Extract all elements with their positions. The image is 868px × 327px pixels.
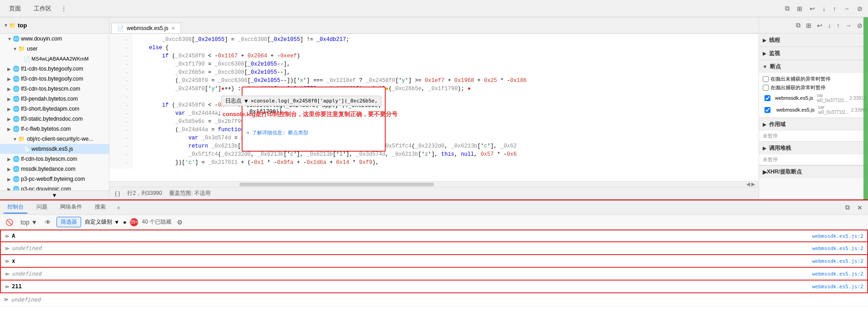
dock-icon[interactable]: ⧉ bbox=[783, 4, 791, 13]
tree-label: lf-cdn-tos.bytescm.com bbox=[21, 156, 77, 162]
tree-item-lf3cdn-goofy[interactable]: ▶ 🌐 lf3-cdn-tos.bytegoofy.com bbox=[0, 74, 109, 84]
debug-step-down[interactable]: ↓ bbox=[821, 4, 827, 13]
console-link-2[interactable]: webmssdk.es5.js:2 bbox=[812, 245, 863, 251]
tree-label: www.douyin.com bbox=[21, 36, 62, 42]
breakpoints-header[interactable]: ▼ 断点 bbox=[759, 60, 868, 73]
bottom-panel: 控制台 问题 网络条件 搜索 + ⧉ ✕ 🚫 筛选器 top ▼ 👁 筛选器 自… bbox=[0, 199, 868, 327]
tree-item-lfcdnscm[interactable]: ▶ 🌐 lf-cdn-tos.bytescm.com bbox=[0, 154, 109, 164]
console-link-5[interactable]: webmssdk.es5.js:2 bbox=[812, 284, 863, 290]
console-link-3[interactable]: webmssdk.es5.js:2 bbox=[812, 258, 863, 264]
watch-header[interactable]: ▶ 监视 bbox=[759, 47, 868, 60]
tree-item-lf3pendah[interactable]: ▶ 🌐 lf3-pendah.bytetos.com bbox=[0, 94, 109, 104]
debug-step-out[interactable]: → bbox=[843, 21, 853, 30]
filter-btn[interactable]: 筛选器 bbox=[57, 217, 81, 227]
xhr-header[interactable]: ▶ XHR/提取断点 bbox=[759, 165, 868, 178]
tab-page[interactable]: 页面 bbox=[4, 3, 26, 15]
badge-count: 99+ bbox=[130, 218, 138, 226]
row-arrow: ≫ bbox=[5, 246, 9, 251]
console-row-undefined-3: ≫ undefined bbox=[0, 293, 868, 306]
section-breakpoints: ▼ 断点 在抛出未捕获的异常时暂停 在抛出捕获的异常时暂停 webmssdk.e… bbox=[759, 60, 868, 118]
tree-item-user[interactable]: ▼ 📁 user bbox=[0, 44, 109, 54]
info-text: console.log是打印到控制台，这里你要注意复制正确，要不要分号 bbox=[222, 110, 398, 118]
debug-step-right[interactable]: → bbox=[842, 4, 852, 13]
code-line: else { bbox=[136, 44, 759, 52]
sidebar-scroll-down[interactable]: ▼ bbox=[0, 190, 109, 199]
tab-filename: webmssdk.es5.js bbox=[127, 25, 168, 31]
tree-item-lf1cdn[interactable]: ▶ 🌐 lf1-cdn-tos.bytegoofy.com bbox=[0, 64, 109, 74]
code-line: })['c'] = _0x217611 + (-0x1 * -0x9fa + -… bbox=[136, 158, 759, 167]
tree-item-lfcflwb[interactable]: ▶ 🌐 lf-c-flwb.bytetos.com bbox=[0, 124, 109, 134]
tree-item-lf3cdn-scm[interactable]: ▶ 🌐 lf3-cdn-tos.bytescm.com bbox=[0, 84, 109, 94]
console-settings-btn[interactable]: ⚙ bbox=[175, 218, 185, 227]
console-value: x bbox=[12, 258, 15, 264]
console-link-1[interactable]: webmssdk.es5.js:2 bbox=[812, 233, 863, 239]
bottom-panel-dock[interactable]: ⧉ bbox=[843, 203, 852, 212]
tree-label: p3-pc.douyinpic.com bbox=[21, 186, 71, 190]
add-tab-btn[interactable]: + bbox=[115, 202, 122, 213]
tree-item-p3douyin[interactable]: ▶ 🌐 p3-pc.douyinpic.com bbox=[0, 184, 109, 190]
tab-network-conditions[interactable]: 网络条件 bbox=[57, 201, 86, 214]
tree-item-mssdk[interactable]: ▶ 🌐 mssdk.bytedance.com bbox=[0, 164, 109, 174]
dock-panel-btn[interactable]: ⧉ bbox=[794, 20, 802, 30]
error-badge: ● bbox=[123, 219, 126, 225]
bp-detail-1: var w0_0x3771f2... bbox=[817, 93, 848, 103]
bp-checkbox-1[interactable] bbox=[765, 95, 770, 101]
tree-item-lf3short[interactable]: ▶ 🌐 lf3-short.ibytedapm.com bbox=[0, 104, 109, 114]
pause-uncaught-checkbox[interactable] bbox=[763, 76, 769, 82]
debug-step-into[interactable]: ↑ bbox=[835, 21, 842, 30]
tree-item-p3weboff[interactable]: ▶ 🌐 p3-pc-weboff.byteimg.com bbox=[0, 174, 109, 184]
clear-console-btn[interactable]: 🚫 bbox=[4, 218, 15, 227]
tree-item-lf3static[interactable]: ▶ 🌐 lf3-static.bytednsdoc.com bbox=[0, 114, 109, 124]
bottom-tabs: 控制台 问题 网络条件 搜索 + ⧉ ✕ bbox=[0, 200, 868, 215]
scrollbar-thumb[interactable] bbox=[239, 183, 434, 186]
debug-step-back[interactable]: ↩ bbox=[808, 4, 817, 13]
editor-tab-webmssdk[interactable]: 📄 webmssdk.es5.js ✕ bbox=[111, 23, 181, 33]
debug-resume[interactable]: ↩ bbox=[815, 21, 824, 30]
sidebar-root-label: top bbox=[18, 22, 27, 29]
bottom-panel-close[interactable]: ✕ bbox=[855, 203, 864, 212]
debug-deactivate[interactable]: ⊘ bbox=[855, 21, 864, 30]
console-link-4[interactable]: webmssdk.es5.js:2 bbox=[812, 271, 863, 277]
tab-close-btn[interactable]: ✕ bbox=[171, 26, 175, 31]
tooltip-link[interactable]: ➔ 了解详细信息: 断点类型 bbox=[246, 129, 381, 136]
debug-step-up[interactable]: ↑ bbox=[831, 4, 838, 13]
tree-item-ms4w[interactable]: 📄 MS4wLjABAAAA2WKmM bbox=[0, 54, 109, 64]
tab-console[interactable]: 控制台 bbox=[4, 201, 27, 214]
debug-step-over[interactable]: ↓ bbox=[826, 21, 833, 30]
tree-item-obj-folder[interactable]: ▼ 📁 obj/rc-client-security/c-we... bbox=[0, 134, 109, 144]
columns-icon[interactable]: ⊞ bbox=[795, 4, 804, 13]
console-value: undefined bbox=[12, 271, 41, 277]
scope-header[interactable]: ▶ 作用域 bbox=[759, 118, 868, 131]
split-panel-btn[interactable]: ⊞ bbox=[804, 21, 813, 30]
tab-search[interactable]: 搜索 bbox=[91, 201, 109, 214]
bottom-console-toolbar: 🚫 筛选器 top ▼ 👁 筛选器 自定义级别 ▼ ● 99+ 40 个已隐藏 … bbox=[0, 215, 868, 230]
code-line: _0x1f1790 = _0xcc6308[_0x2e1055--], bbox=[136, 60, 759, 68]
code-line: (_0x2458f0 = _0xcc6308[_0x2e1055--])['x'… bbox=[136, 77, 759, 85]
console-value: A bbox=[12, 233, 15, 239]
tab-workspace[interactable]: 工作区 bbox=[28, 3, 57, 15]
scope-status: 未暂停 bbox=[759, 131, 868, 141]
tree-label: lf3-short.ibytedapm.com bbox=[21, 106, 79, 112]
logpoint-button[interactable]: 日志点 ▼ ✕console.log(_0x2458f0['apply'](_0… bbox=[221, 96, 382, 106]
eye-icon-btn[interactable]: 👁 bbox=[43, 218, 53, 227]
top-frame-btn[interactable]: 筛选器 top ▼ bbox=[19, 218, 39, 227]
tree-label: lf3-static.bytednsdoc.com bbox=[21, 116, 83, 122]
code-container[interactable]: - - - - - - - - - - - - - - bbox=[109, 34, 759, 187]
sidebar-header: ▼ 📁 top bbox=[0, 17, 109, 34]
row-arrow: ≫ bbox=[5, 284, 9, 289]
sidebar-content[interactable]: ▼ 🌐 www.douyin.com ▼ 📁 user 📄 MS4wLjABAA… bbox=[0, 34, 109, 190]
tab-issues[interactable]: 问题 bbox=[33, 201, 51, 214]
callstack-header[interactable]: ▶ 调用堆栈 bbox=[759, 142, 868, 154]
logpoint-arrow: ▼ bbox=[243, 98, 249, 104]
tree-item-webmssdk[interactable]: 📄 webmssdk.es5.js bbox=[0, 144, 109, 154]
tree-item-douyin[interactable]: ▼ 🌐 www.douyin.com bbox=[0, 34, 109, 44]
main-area: ▼ 📁 top ▼ 🌐 www.douyin.com ▼ 📁 user 📄 MS… bbox=[0, 17, 868, 199]
console-row-x: ≫ x webmssdk.es5.js:2 bbox=[0, 255, 868, 268]
horizontal-scrollbar[interactable]: ◀ ▶ bbox=[109, 181, 759, 187]
threads-header[interactable]: ▶ 线程 bbox=[759, 34, 868, 46]
bp-checkbox-2[interactable] bbox=[765, 107, 770, 113]
file-tree-sidebar: ▼ 📁 top ▼ 🌐 www.douyin.com ▼ 📁 user 📄 MS… bbox=[0, 17, 109, 199]
more-icon[interactable]: ⋮ bbox=[59, 4, 69, 13]
deactivate-icon[interactable]: ⊘ bbox=[855, 4, 864, 13]
pause-caught-checkbox[interactable] bbox=[763, 85, 769, 91]
